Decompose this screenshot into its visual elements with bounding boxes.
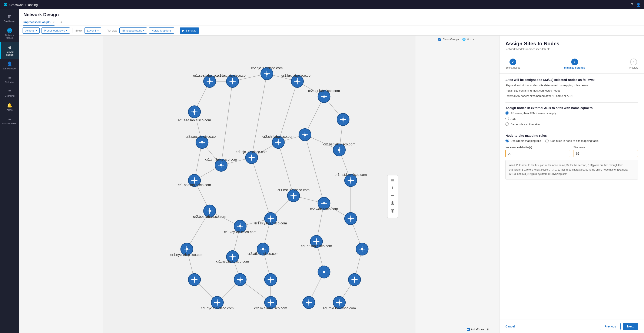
layout-icon[interactable]: ⊕ [467, 38, 469, 41]
nav-right: ? 👤 [631, 3, 640, 7]
nav-brand: ⊛ Crosswork Planning [4, 2, 38, 8]
delimiter-input[interactable] [506, 150, 570, 157]
svg-point-54 [231, 80, 234, 83]
radio-table-label: Use rules in node-to-site mapping table [550, 139, 598, 142]
svg-text:cr1.kcy.lab.cisco.com: cr1.kcy.lab.cisco.com [224, 230, 256, 234]
auto-focus-area: Auto-Focus ⊞ [467, 328, 489, 331]
tab-unprocessed[interactable]: unprocessed-lab.pln ✕ [24, 19, 54, 26]
radio-table-input[interactable] [545, 139, 549, 142]
svg-point-150 [315, 240, 318, 243]
auto-focus-label: Auto-Focus [471, 328, 484, 331]
step-2: 2 Initialize Settings [564, 59, 585, 69]
simulate-button[interactable]: ▶ Simulate [180, 28, 200, 34]
node-site-section: Node-to-site mapping rules Use simple ma… [506, 134, 638, 179]
simulated-traffic-button[interactable]: Simulated traffic ▾ [120, 28, 147, 34]
step-3-label: Preview [629, 66, 638, 69]
cancel-button[interactable]: Cancel [506, 323, 515, 329]
sidebar-item-collector[interactable]: ≡ Collector [0, 73, 19, 86]
layer3-button[interactable]: Layer 3 ▾ [84, 28, 101, 34]
preset-workflows-button[interactable]: Preset workflows ▾ [41, 28, 70, 34]
svg-point-186 [338, 301, 340, 304]
svg-point-66 [323, 95, 325, 98]
tab-close-icon[interactable]: ✕ [52, 21, 54, 24]
expand-icon[interactable]: ⊞ [486, 328, 489, 331]
svg-text:cr2.bos.lab.cisco.com: cr2.bos.lab.cisco.com [193, 215, 226, 218]
globe-icon[interactable]: 🌐 [462, 38, 466, 41]
network-map-svg: er1.sea.lab.cisco.com cr1.lax.lab.cisco.… [19, 36, 499, 333]
connector-2-3 [587, 62, 627, 62]
user-icon[interactable]: 👤 [636, 3, 640, 7]
show-groups-checkbox[interactable] [438, 38, 442, 41]
site-name-input[interactable] [574, 150, 638, 157]
svg-text:+: + [391, 185, 394, 191]
svg-point-178 [270, 301, 272, 304]
sidebar-label: Collector [5, 81, 14, 84]
network-options-button[interactable]: Network options [149, 28, 174, 34]
radio-simple-input[interactable] [506, 139, 509, 142]
help-icon[interactable]: ? [631, 3, 633, 7]
toolbar-divider-1 [72, 28, 73, 33]
svg-point-114 [239, 225, 241, 227]
auto-focus-checkbox[interactable] [467, 328, 470, 331]
radio-asn[interactable]: ASN [506, 117, 638, 120]
chevron-left-icon[interactable]: ‹ [470, 38, 472, 41]
radio-as-name[interactable]: AS name, then ASN if name is empty [506, 111, 638, 115]
step-1-label: Select nodes [506, 66, 520, 69]
toolbar-group-plotview: Plot view Simulated traffic ▾ Network op… [106, 28, 174, 34]
chevron-right-icon[interactable]: › [473, 38, 474, 41]
panel-footer: Cancel Previous Next [500, 319, 644, 333]
summary-title: Sites will be assigned to (33/33) select… [506, 78, 638, 82]
sidebar-item-dashboard[interactable]: ⊞ Dashboard [0, 12, 19, 25]
node-site-title: Node-to-site mapping rules [506, 134, 638, 137]
radio-simple-mapping[interactable]: Use simple mapping rule [506, 139, 541, 142]
sidebar-item-alerts[interactable]: 🔔 Alerts [0, 100, 19, 114]
network-canvas[interactable]: Show Groups 🌐 ⊕ ‹ › [19, 36, 499, 333]
network-design-icon: ⊕ [8, 45, 12, 50]
step-1-circle: ✓ [510, 59, 516, 65]
svg-point-146 [262, 248, 264, 250]
svg-text:cr2.wdc.cisco.com: cr2.wdc.cisco.com [310, 207, 338, 211]
svg-point-182 [308, 301, 310, 304]
radio-same-rule-input[interactable] [506, 122, 509, 126]
radio-as-name-label: AS name, then ASN if name is empty [510, 112, 556, 115]
sidebar-item-job-manager[interactable]: 👤 Job Manager [0, 59, 19, 73]
radio-same-rule[interactable]: Same rule as other sites [506, 122, 638, 126]
tab-add-button[interactable]: + [59, 19, 64, 26]
panel-content[interactable]: Sites will be assigned to (33/33) select… [500, 74, 644, 319]
radio-table-mapping[interactable]: Use rules in node-to-site mapping table [545, 139, 598, 142]
svg-point-154 [193, 278, 196, 281]
toolbar-divider-3 [177, 28, 177, 33]
sidebar-label: Administration [2, 122, 17, 125]
svg-text:cr1.nyc.lab.cisco.com: cr1.nyc.lab.cisco.com [201, 306, 234, 310]
svg-point-106 [193, 179, 196, 182]
actions-button[interactable]: Actions ▾ [22, 28, 40, 34]
show-label: Show [75, 29, 82, 32]
sidebar-item-administration[interactable]: ≡ Administration [0, 114, 19, 128]
cisco-logo: ⊛ [4, 2, 7, 8]
content-area: Network Design unprocessed-lab.pln ✕ + A… [19, 9, 644, 333]
main-layout: ⊞ Dashboard 🌐 Network Models ⊕ Network D… [0, 9, 644, 333]
svg-point-90 [277, 141, 280, 144]
sidebar-label: Network Design [2, 51, 18, 56]
external-as-section: Assign nodes in external AS's to sites w… [506, 106, 638, 126]
info-box-text: Insert $1 to refer to the first part of … [509, 164, 628, 175]
sidebar-item-licensing[interactable]: ≡ Licensing [0, 86, 19, 100]
svg-point-98 [338, 149, 340, 151]
svg-point-118 [270, 217, 272, 220]
external-as-radio-group: AS name, then ASN if name is empty ASN S… [506, 111, 638, 126]
connector-1-2 [522, 62, 562, 62]
sidebar-item-network-models[interactable]: 🌐 Network Models [0, 25, 19, 42]
svg-text:cr2.atl.lab.cisco.com: cr2.atl.lab.cisco.com [248, 252, 278, 255]
svg-text:⊕: ⊕ [390, 200, 395, 206]
previous-button[interactable]: Previous [600, 323, 620, 330]
svg-text:cr1.nyc.lab.cisco.com: cr1.nyc.lab.cisco.com [216, 259, 249, 263]
radio-as-name-input[interactable] [506, 111, 509, 115]
radio-asn-input[interactable] [506, 117, 509, 120]
next-button[interactable]: Next [623, 323, 638, 330]
job-manager-icon: 👤 [7, 61, 12, 67]
sidebar-item-network-design[interactable]: ⊕ Network Design [0, 42, 19, 59]
actions-chevron-icon: ▾ [36, 29, 37, 32]
svg-point-126 [323, 202, 325, 205]
sidebar-label: Job Manager [3, 67, 16, 70]
layer3-chevron-icon: ▾ [98, 29, 98, 32]
